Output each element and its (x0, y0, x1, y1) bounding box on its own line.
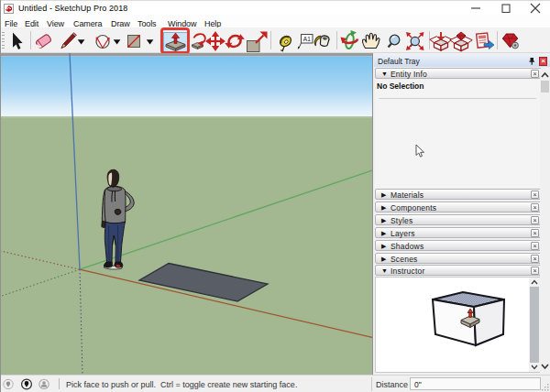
svg-text:A1: A1 (303, 36, 311, 42)
